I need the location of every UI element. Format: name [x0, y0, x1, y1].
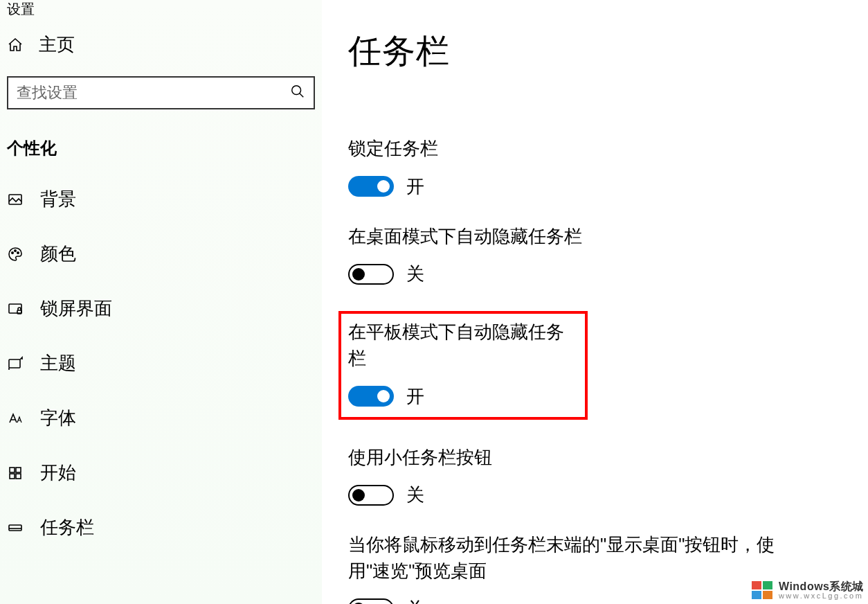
- app-title: 设置: [0, 0, 322, 19]
- sidebar-item-background[interactable]: 背景: [0, 172, 322, 226]
- font-icon: [7, 410, 24, 427]
- sidebar-section-title: 个性化: [0, 109, 322, 172]
- watermark-title: Windows系统城: [779, 581, 864, 592]
- sidebar-item-colors[interactable]: 颜色: [0, 226, 322, 281]
- setting-label: 当你将鼠标移动到任务栏末端的"显示桌面"按钮时，使用"速览"预览桌面: [348, 532, 798, 584]
- home-label: 主页: [39, 33, 75, 57]
- toggle-state: 关: [406, 483, 424, 507]
- theme-icon: [7, 355, 24, 372]
- svg-rect-8: [10, 468, 15, 472]
- sidebar-item-label: 背景: [40, 187, 76, 211]
- toggle-state: 开: [406, 384, 424, 409]
- setting-autohide-desktop: 在桌面模式下自动隐藏任务栏 关: [348, 224, 842, 287]
- svg-rect-9: [16, 468, 21, 472]
- toggle-lock-taskbar[interactable]: [348, 176, 394, 197]
- svg-rect-10: [10, 474, 15, 479]
- toggle-state: 开: [406, 175, 424, 199]
- sidebar-item-lockscreen[interactable]: 锁屏界面: [0, 281, 322, 336]
- watermark: Windows系统城 www.wxcLgg.com: [751, 580, 864, 600]
- sidebar-item-start[interactable]: 开始: [0, 445, 322, 500]
- svg-rect-12: [9, 525, 21, 531]
- sidebar-item-label: 字体: [40, 406, 76, 430]
- picture-icon: [7, 191, 24, 208]
- page-title: 任务栏: [348, 29, 842, 73]
- sidebar-item-label: 任务栏: [40, 515, 94, 540]
- toggle-autohide-tablet[interactable]: [348, 386, 394, 407]
- home-icon: [7, 37, 24, 53]
- sidebar-item-label: 锁屏界面: [40, 296, 112, 321]
- svg-point-4: [17, 251, 19, 253]
- svg-point-0: [292, 86, 301, 95]
- toggle-state: 关: [406, 262, 424, 286]
- toggle-small-buttons[interactable]: [348, 485, 394, 506]
- sidebar: 设置 主页 个性化 背景 颜色: [0, 0, 322, 604]
- taskbar-icon: [7, 519, 24, 536]
- setting-autohide-tablet: 在平板模式下自动隐藏任务栏 开: [338, 311, 588, 419]
- watermark-logo-icon: [751, 580, 775, 600]
- svg-point-3: [15, 249, 16, 251]
- search-icon: [290, 84, 305, 102]
- sidebar-item-label: 开始: [40, 461, 76, 485]
- lockscreen-icon: [7, 301, 24, 317]
- setting-label: 使用小任务栏按钮: [348, 445, 798, 471]
- svg-rect-6: [17, 310, 21, 314]
- setting-label: 在桌面模式下自动隐藏任务栏: [348, 224, 798, 250]
- sidebar-item-label: 主题: [40, 351, 76, 375]
- start-icon: [7, 465, 24, 481]
- sidebar-item-home[interactable]: 主页: [0, 19, 322, 76]
- sidebar-item-taskbar[interactable]: 任务栏: [0, 500, 322, 555]
- setting-label: 锁定任务栏: [348, 136, 798, 162]
- setting-lock-taskbar: 锁定任务栏 开: [348, 136, 842, 199]
- toggle-peek-desktop[interactable]: [348, 598, 394, 604]
- search-box[interactable]: [7, 76, 315, 109]
- setting-small-buttons: 使用小任务栏按钮 关: [348, 445, 842, 508]
- svg-rect-5: [9, 304, 21, 313]
- sidebar-item-label: 颜色: [40, 242, 76, 266]
- search-input[interactable]: [17, 84, 290, 102]
- setting-label: 在平板模式下自动隐藏任务栏: [348, 319, 578, 371]
- toggle-state: 关: [406, 597, 424, 604]
- svg-point-2: [12, 251, 13, 253]
- palette-icon: [7, 246, 24, 263]
- svg-rect-11: [16, 474, 21, 479]
- watermark-url: www.wxcLgg.com: [779, 592, 864, 600]
- main-content: 任务栏 锁定任务栏 开 在桌面模式下自动隐藏任务栏 关 在平板模式下自动隐藏任务…: [322, 0, 868, 604]
- toggle-autohide-desktop[interactable]: [348, 264, 394, 285]
- sidebar-item-fonts[interactable]: 字体: [0, 391, 322, 445]
- sidebar-item-themes[interactable]: 主题: [0, 336, 322, 391]
- sidebar-nav: 背景 颜色 锁屏界面 主题 字体 开始: [0, 172, 322, 555]
- svg-rect-7: [9, 359, 20, 368]
